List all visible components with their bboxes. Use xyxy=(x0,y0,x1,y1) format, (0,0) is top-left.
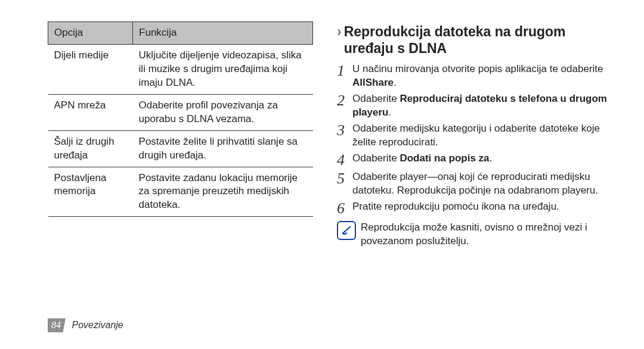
options-table: Opcija Funkcija Dijeli medije Uključite … xyxy=(48,21,313,217)
table-row: APN mreža Odaberite profil povezivanja z… xyxy=(48,94,313,130)
function-cell: Postavite želite li prihvatiti slanje sa… xyxy=(133,130,313,167)
table-row: Šalji iz drugih uređaja Postavite želite… xyxy=(48,130,313,167)
function-cell: Odaberite profil povezivanja za uporabu … xyxy=(133,94,313,130)
step-item: 1 U načinu mirovanja otvorite popis apli… xyxy=(337,63,614,90)
page-number: 84 xyxy=(48,318,66,332)
table-header-row: Opcija Funkcija xyxy=(48,22,313,45)
step-number: 6 xyxy=(337,200,352,216)
left-column: Opcija Funkcija Dijeli medije Uključite … xyxy=(48,21,331,331)
step-item: 4 Odaberite Dodati na popis za. xyxy=(337,152,614,168)
table-header-function: Funkcija xyxy=(133,22,313,45)
note: Reprodukcija može kasniti, ovisno o mrež… xyxy=(337,221,614,248)
table-row: Dijeli medije Uključite dijeljenje video… xyxy=(48,44,313,94)
step-item: 5 Odaberite player—onaj koji će reproduc… xyxy=(337,170,614,198)
step-text: Pratite reprodukciju pomoću ikona na ure… xyxy=(352,200,614,214)
step-text: Odaberite Reproduciraj datoteku s telefo… xyxy=(352,92,614,120)
function-cell: Postavite zadanu lokaciju memorije za sp… xyxy=(133,167,313,217)
chevron-right-icon: › xyxy=(337,24,342,40)
step-number: 4 xyxy=(337,152,352,168)
page-footer: 84 Povezivanje xyxy=(48,318,123,332)
section-title: › Reprodukcija datoteka na drugom uređaj… xyxy=(337,24,614,57)
option-cell: APN mreža xyxy=(48,94,133,130)
right-column: › Reprodukcija datoteka na drugom uređaj… xyxy=(331,21,614,331)
option-cell: Dijeli medije xyxy=(48,44,133,94)
note-icon xyxy=(337,221,356,240)
step-number: 3 xyxy=(337,122,352,138)
section-label: Povezivanje xyxy=(72,320,123,330)
function-cell: Uključite dijeljenje videozapisa, slika … xyxy=(133,44,313,94)
section-title-text: Reprodukcija datoteka na drugom uređaju … xyxy=(344,24,614,57)
step-number: 2 xyxy=(337,92,352,108)
step-item: 6 Pratite reprodukciju pomoću ikona na u… xyxy=(337,200,614,216)
note-text: Reprodukcija može kasniti, ovisno o mrež… xyxy=(361,221,614,248)
step-text: Odaberite Dodati na popis za. xyxy=(352,152,614,166)
table-row: Postavljena memorija Postavite zadanu lo… xyxy=(48,167,313,217)
step-text: Odaberite player—onaj koji će reproducir… xyxy=(352,170,614,198)
step-text: Odaberite medijsku kategoriju i odaberit… xyxy=(352,122,614,149)
step-number: 1 xyxy=(337,63,352,79)
option-cell: Šalji iz drugih uređaja xyxy=(48,130,133,167)
step-item: 3 Odaberite medijsku kategoriju i odaber… xyxy=(337,122,614,149)
steps-list: 1 U načinu mirovanja otvorite popis apli… xyxy=(337,63,614,216)
option-cell: Postavljena memorija xyxy=(48,167,133,217)
step-text: U načinu mirovanja otvorite popis aplika… xyxy=(352,63,614,90)
step-item: 2 Odaberite Reproduciraj datoteku s tele… xyxy=(337,92,614,120)
table-header-option: Opcija xyxy=(48,22,133,45)
page: Opcija Funkcija Dijeli medije Uključite … xyxy=(0,0,644,349)
step-number: 5 xyxy=(337,170,352,186)
